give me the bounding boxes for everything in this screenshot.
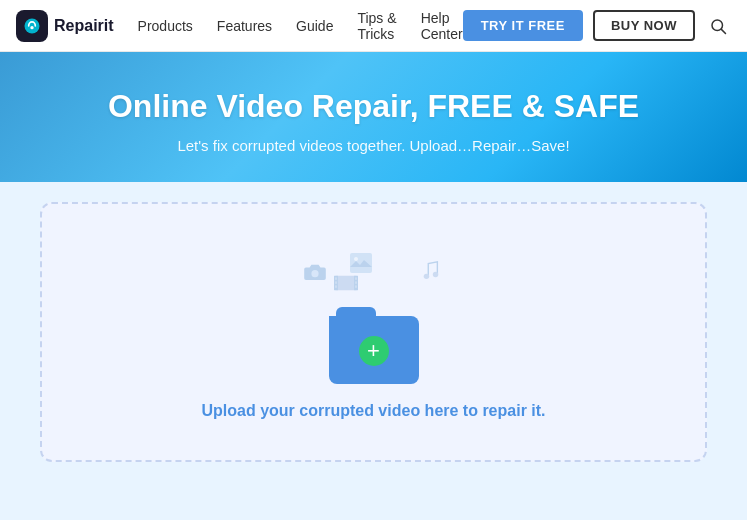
svg-rect-10 <box>335 277 336 279</box>
brand-name: Repairit <box>54 17 114 35</box>
nav-tips[interactable]: Tips & Tricks <box>357 10 396 42</box>
search-button[interactable] <box>705 13 731 39</box>
upload-area[interactable]: + Upload your corrupted video here to re… <box>40 202 707 462</box>
upload-label: Upload your corrupted video here to repa… <box>201 402 545 420</box>
logo-area[interactable]: Repairit <box>16 10 114 42</box>
music-icon <box>422 260 440 285</box>
upload-label-plain: Upload your <box>201 402 299 419</box>
hero-title: Online Video Repair, FREE & SAFE <box>20 88 727 125</box>
buy-now-button[interactable]: BUY NOW <box>593 10 695 41</box>
svg-rect-5 <box>350 253 372 273</box>
nav-products[interactable]: Products <box>138 18 193 34</box>
svg-rect-12 <box>335 285 336 287</box>
logo-icon <box>16 10 48 42</box>
film-icon <box>334 274 358 297</box>
nav-features[interactable]: Features <box>217 18 272 34</box>
nav-help[interactable]: Help Center <box>421 10 463 42</box>
nav-actions: TRY IT FREE BUY NOW <box>463 10 731 41</box>
svg-point-4 <box>311 270 318 277</box>
svg-rect-11 <box>335 281 336 283</box>
page-content: Online Video Repair, FREE & SAFE Let's f… <box>0 52 747 520</box>
svg-point-6 <box>354 257 358 261</box>
folder-body: + <box>329 316 419 384</box>
upload-label-end: here to repair it. <box>420 402 545 419</box>
navbar: Repairit Products Features Guide Tips & … <box>0 0 747 52</box>
svg-rect-15 <box>355 285 356 287</box>
hero-subtitle: Let's fix corrupted videos together. Upl… <box>20 137 727 154</box>
svg-point-16 <box>423 274 428 279</box>
svg-point-17 <box>432 272 437 277</box>
search-icon <box>709 17 727 35</box>
try-free-button[interactable]: TRY IT FREE <box>463 10 583 41</box>
svg-rect-14 <box>355 281 356 283</box>
svg-line-3 <box>721 29 725 33</box>
upload-illustration: + <box>294 244 454 384</box>
upload-label-highlight: corrupted video <box>299 402 420 419</box>
camera-icon <box>304 262 326 285</box>
svg-point-1 <box>30 26 33 29</box>
hero-section: Online Video Repair, FREE & SAFE Let's f… <box>0 52 747 182</box>
add-icon: + <box>359 336 389 366</box>
nav-guide[interactable]: Guide <box>296 18 333 34</box>
nav-links: Products Features Guide Tips & Tricks He… <box>138 10 463 42</box>
svg-rect-13 <box>355 277 356 279</box>
